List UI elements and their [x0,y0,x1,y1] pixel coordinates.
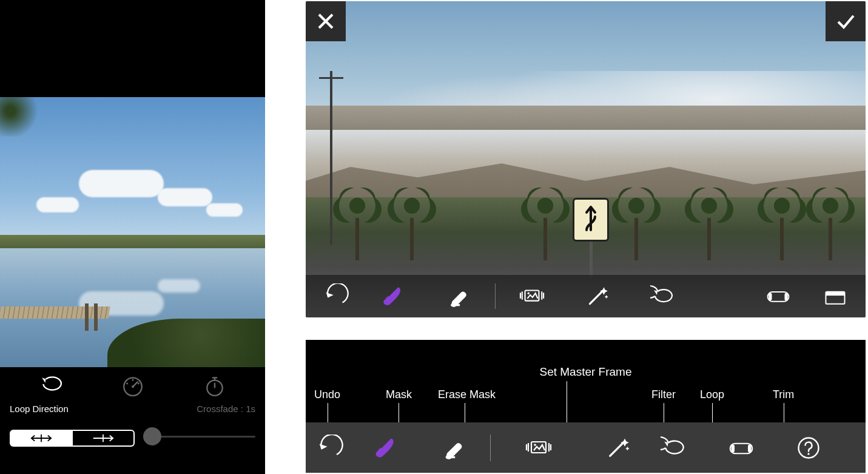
loop-button[interactable] [630,283,696,309]
legend-loop-button[interactable] [652,435,696,461]
legend-set-master-frame-button[interactable] [493,435,584,461]
mask-button[interactable] [360,283,426,309]
legend-label-mask: Mask [386,388,412,401]
legend-help-button[interactable] [787,435,830,461]
legend-filter-button[interactable] [584,435,652,461]
loop-direction-toggle[interactable] [10,430,135,447]
legend-label-erase-mask: Erase Mask [438,388,496,401]
mode-loop-button[interactable] [39,374,62,399]
loop-controls: Loop Direction Crossfade : 1s [0,367,265,474]
legend-mask-button[interactable] [352,435,420,461]
toolbar-separator [495,283,496,309]
legend-undo-button[interactable] [308,435,352,461]
letterbox-top [0,0,265,97]
erase-mask-button[interactable] [426,283,491,309]
mode-speed-button[interactable] [121,374,144,399]
crop-button[interactable] [811,283,860,309]
trim-button[interactable] [745,283,811,309]
confirm-button[interactable] [826,1,866,41]
legend-toolbar [306,422,866,473]
editor-toolbar [306,275,866,317]
legend-erase-mask-button[interactable] [420,435,488,461]
loop-settings-panel: Loop Direction Crossfade : 1s [0,0,265,474]
set-master-frame-button[interactable] [499,283,565,309]
preview-image [0,97,265,367]
legend-separator [490,435,491,461]
legend-trim-button[interactable] [696,435,787,461]
editor-panel [306,1,866,317]
legend-label-undo: Undo [314,388,340,401]
loop-direction-forward[interactable] [73,430,135,447]
filter-button[interactable] [565,283,630,309]
crossfade-slider[interactable] [149,418,255,455]
road-sign-icon [573,198,609,242]
mode-timer-button[interactable] [203,374,226,399]
loop-direction-back-and-forth[interactable] [10,430,73,447]
crossfade-label: Crossfade : 1s [197,404,255,414]
toolbar-legend-panel: Set Master Frame Undo Mask Erase Mask Fi… [306,340,866,473]
legend-label-trim: Trim [773,388,794,401]
close-button[interactable] [306,1,346,41]
legend-title: Set Master Frame [306,365,866,379]
undo-button[interactable] [312,283,360,309]
legend-label-loop: Loop [700,388,724,401]
slider-thumb[interactable] [143,427,161,445]
legend-label-filter: Filter [651,388,676,401]
loop-direction-label: Loop Direction [10,404,69,414]
